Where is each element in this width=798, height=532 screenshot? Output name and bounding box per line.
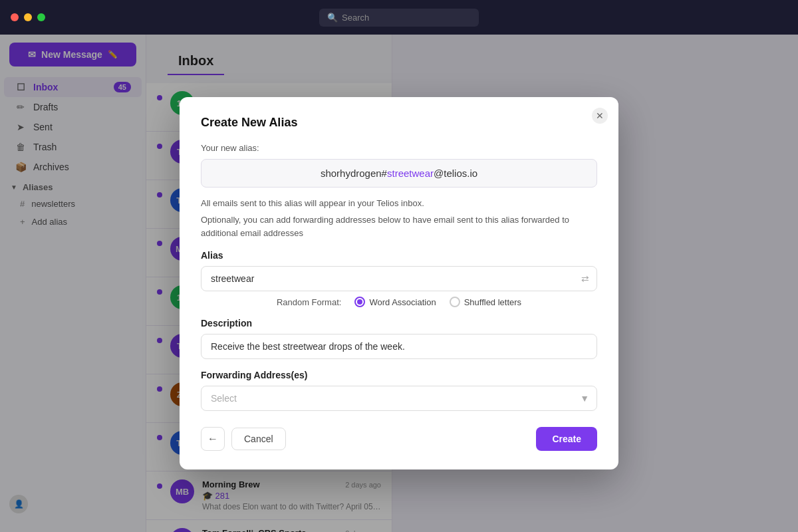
create-alias-modal: ✕ Create New Alias Your new alias: shorh…	[180, 97, 618, 469]
forwarding-select[interactable]: Select	[201, 386, 597, 411]
traffic-lights	[11, 13, 45, 21]
shuffle-icon: ⇄	[581, 273, 589, 284]
random-format-label: Random Format:	[277, 297, 342, 307]
search-bar[interactable]: 🔍 Search	[319, 9, 479, 27]
modal-close-button[interactable]: ✕	[592, 108, 608, 124]
chevron-down-icon: ▼	[580, 393, 589, 404]
word-association-radio[interactable]: Word Association	[354, 297, 436, 307]
minimize-button[interactable]	[24, 13, 32, 21]
titlebar: 🔍 Search	[0, 0, 798, 35]
word-association-radio-btn[interactable]	[354, 297, 365, 307]
create-button[interactable]: Create	[536, 427, 597, 451]
alias-input-wrapper: ⇄	[201, 266, 597, 291]
forwarding-select-wrapper: Select ▼	[201, 386, 597, 411]
close-button[interactable]	[11, 13, 19, 21]
alias-suffix: @telios.io	[434, 168, 477, 179]
cancel-button[interactable]: Cancel	[231, 428, 286, 450]
modal-title: Create New Alias	[201, 116, 597, 130]
description-label: Description	[201, 318, 597, 329]
modal-info-line2: Optionally, you can add forwarding addre…	[201, 213, 597, 239]
modal-footer: ← Cancel Create	[201, 427, 597, 451]
description-input[interactable]	[201, 334, 597, 359]
your-new-alias-label: Your new alias:	[201, 142, 597, 155]
random-format-group: Random Format: Word Association Shuffled…	[201, 297, 597, 307]
description-input-wrapper	[201, 334, 597, 359]
shuffled-letters-radio[interactable]: Shuffled letters	[450, 297, 521, 307]
fullscreen-button[interactable]	[37, 13, 45, 21]
modal-overlay: ✕ Create New Alias Your new alias: shorh…	[0, 35, 798, 532]
alias-display: shorhydrogen#streetwear@telios.io	[201, 159, 597, 188]
alias-field-label: Alias	[201, 250, 597, 261]
alias-highlight: streetwear	[387, 168, 434, 179]
alias-prefix: shorhydrogen#	[321, 168, 387, 179]
search-placeholder: Search	[342, 13, 369, 23]
shuffled-letters-radio-btn[interactable]	[450, 297, 460, 307]
search-icon: 🔍	[327, 13, 338, 23]
back-button[interactable]: ←	[201, 427, 225, 451]
modal-info-line1: All emails sent to this alias will appea…	[201, 197, 597, 210]
shuffled-letters-label: Shuffled letters	[464, 297, 521, 307]
alias-input[interactable]	[201, 266, 597, 291]
modal-footer-left: ← Cancel	[201, 427, 286, 451]
word-association-label: Word Association	[369, 297, 436, 307]
forwarding-label: Forwarding Address(es)	[201, 370, 597, 380]
